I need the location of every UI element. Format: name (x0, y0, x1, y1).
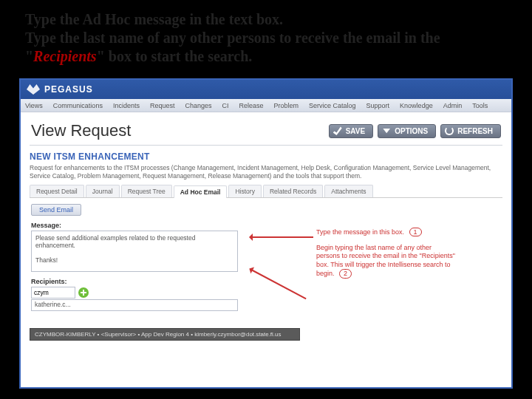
section-title: NEW ITSM ENHANCEMENT (30, 151, 502, 162)
instruction-line1: Type the Ad Hoc message in the text box. (25, 11, 283, 27)
options-button[interactable]: OPTIONS (378, 124, 436, 138)
menu-request[interactable]: Request (150, 102, 175, 109)
tab-request-detail[interactable]: Request Detail (30, 185, 84, 197)
add-recipient-icon[interactable] (78, 287, 89, 298)
callout-2-text: Begin typing the last name of any other … (316, 244, 455, 277)
menu-service-catalog[interactable]: Service Catalog (309, 102, 356, 109)
menu-changes[interactable]: Changes (185, 102, 211, 109)
recipients-label: Recipients: (31, 278, 501, 285)
callout-2: Begin typing the last name of any other … (316, 244, 457, 279)
save-button[interactable]: SAVE (329, 124, 374, 138)
menu-admin[interactable]: Admin (443, 102, 463, 109)
tab-attachments[interactable]: Attachments (324, 185, 372, 197)
menu-ci[interactable]: CI (222, 102, 228, 109)
send-email-button[interactable]: Send Email (31, 204, 81, 216)
menu-support[interactable]: Support (366, 102, 390, 109)
slide-instructions: Type the Ad Hoc message in the text box.… (0, 0, 532, 74)
app-brand: PEGASUS (44, 84, 93, 95)
recipients-keyword: Recipients (33, 48, 97, 64)
pegasus-logo-icon (27, 84, 40, 95)
menu-problem[interactable]: Problem (274, 102, 299, 109)
tab-journal[interactable]: Journal (86, 185, 120, 197)
callout-1-number: 1 (409, 228, 422, 236)
menu-communications[interactable]: Communications (53, 102, 103, 109)
instruction-line2b: " box to start the search. (97, 48, 253, 64)
main-menu: Views Communications Incidents Request C… (21, 99, 511, 112)
section-description: Request for enhancements to the ITSM pro… (30, 164, 502, 180)
callout-1-text: Type the message in this box. (316, 228, 404, 236)
refresh-button[interactable]: REFRESH (440, 124, 501, 138)
menu-release[interactable]: Release (239, 102, 263, 109)
tab-ad-hoc-email[interactable]: Ad Hoc Email (174, 185, 228, 198)
recipient-selected-box[interactable]: katherine.c... (31, 299, 238, 311)
message-label: Message: (31, 222, 501, 229)
intellisense-suggestion[interactable]: CZYMBOR-KIMBERLY • <Supervisor> • App De… (30, 328, 300, 341)
menu-tools[interactable]: Tools (472, 102, 488, 109)
menu-incidents[interactable]: Incidents (113, 102, 140, 109)
tab-related-records[interactable]: Related Records (263, 185, 323, 197)
app-screenshot: PEGASUS Views Communications Incidents R… (19, 78, 513, 389)
callout-2-number: 2 (339, 269, 352, 279)
menu-knowledge[interactable]: Knowledge (400, 102, 433, 109)
tab-row: Request Detail Journal Request Tree Ad H… (30, 185, 502, 198)
callout-arrow-1 (251, 236, 313, 238)
message-textarea[interactable]: Please send additional examples related … (31, 231, 238, 272)
tab-request-tree[interactable]: Request Tree (121, 185, 172, 197)
recipients-input[interactable] (31, 287, 75, 299)
app-topbar: PEGASUS (21, 80, 511, 99)
callout-1: Type the message in this box. 1 (316, 228, 422, 236)
adhoc-email-panel: Send Email Message: Please send addition… (30, 198, 502, 317)
page-title: View Request (31, 121, 131, 140)
tab-history[interactable]: History (228, 185, 261, 197)
menu-views[interactable]: Views (25, 102, 43, 109)
